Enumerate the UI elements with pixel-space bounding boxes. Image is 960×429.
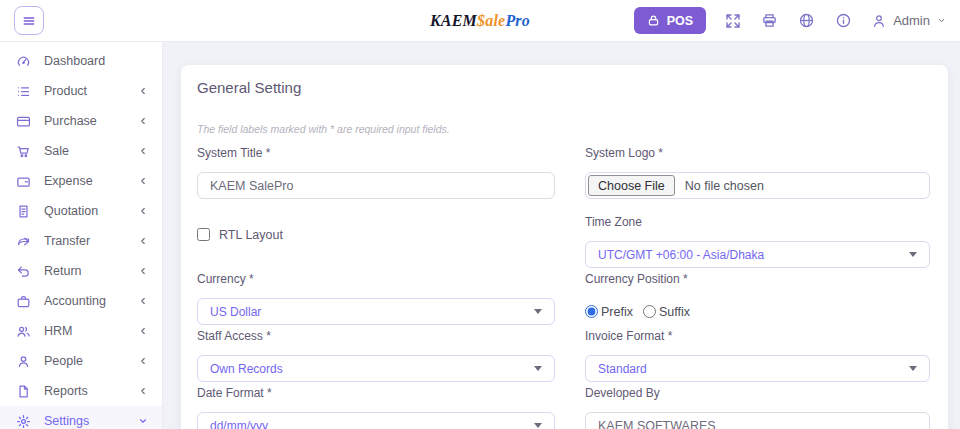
main-content: General Setting The field labels marked …	[164, 42, 960, 429]
prefix-radio[interactable]	[585, 305, 598, 318]
general-setting-card: General Setting The field labels marked …	[181, 65, 948, 429]
sidebar-item-quotation[interactable]: Quotation	[0, 196, 162, 226]
caret-icon	[534, 366, 542, 371]
time-zone-field: Time Zone UTC/GMT +06:00 - Asia/Dhaka	[585, 213, 930, 268]
sidebar-item-label: HRM	[44, 324, 138, 338]
sidebar-item-purchase[interactable]: Purchase	[0, 106, 162, 136]
required-note: The field labels marked with * are requi…	[197, 123, 930, 135]
pos-button-label: POS	[667, 14, 693, 28]
menu-toggle-button[interactable]	[14, 6, 44, 35]
invoice-format-field: Invoice Format * Standard	[585, 327, 930, 382]
printer-icon[interactable]	[761, 12, 778, 29]
pos-button[interactable]: POS	[634, 7, 706, 34]
gear-icon	[16, 414, 31, 429]
caret-icon	[909, 366, 917, 371]
chevron-left-icon	[138, 146, 148, 156]
lock-icon	[647, 14, 660, 27]
list-icon	[16, 84, 31, 99]
rtl-layout-checkbox[interactable]	[197, 228, 210, 241]
card-icon	[16, 114, 31, 129]
gauge-icon	[16, 54, 31, 69]
admin-menu[interactable]: Admin	[871, 13, 946, 29]
chevron-left-icon	[138, 176, 148, 186]
time-zone-label: Time Zone	[585, 213, 930, 231]
sidebar-item-accounting[interactable]: Accounting	[0, 286, 162, 316]
suffix-radio-label: Suffix	[659, 305, 690, 319]
system-logo-label: System Logo *	[585, 144, 930, 162]
currency-select[interactable]: US Dollar	[197, 298, 555, 325]
hamburger-icon	[22, 14, 36, 28]
chevron-left-icon	[138, 86, 148, 96]
sidebar-item-dashboard[interactable]: Dashboard	[0, 46, 162, 76]
currency-label: Currency *	[197, 270, 555, 288]
prefix-radio-option[interactable]: Prefix	[585, 305, 633, 319]
time-zone-select[interactable]: UTC/GMT +06:00 - Asia/Dhaka	[585, 241, 930, 268]
date-format-value: dd/mm/yyy	[210, 419, 268, 429]
sidebar-item-return[interactable]: Return	[0, 256, 162, 286]
currency-position-field: Currency Position * Prefix Suffix	[585, 270, 930, 325]
prefix-radio-label: Prefix	[601, 305, 633, 319]
users-icon	[16, 324, 31, 339]
app-logo: KAEM$alePro	[430, 12, 530, 30]
sidebar-item-label: People	[44, 354, 138, 368]
sidebar-item-label: Quotation	[44, 204, 138, 218]
general-setting-form: System Title * System Logo * Choose File…	[197, 144, 930, 429]
file-text-icon	[16, 204, 31, 219]
chevron-left-icon	[138, 356, 148, 366]
sidebar-item-settings[interactable]: Settings	[0, 406, 162, 429]
globe-icon[interactable]	[798, 12, 815, 29]
sidebar-item-label: Dashboard	[44, 54, 148, 68]
fullscreen-icon[interactable]	[725, 13, 741, 29]
date-format-label: Date Format *	[197, 384, 555, 402]
suffix-radio[interactable]	[643, 305, 656, 318]
sidebar-item-label: Sale	[44, 144, 138, 158]
sidebar: DashboardProductPurchaseSaleExpenseQuota…	[0, 42, 163, 429]
sidebar-item-product[interactable]: Product	[0, 76, 162, 106]
chevron-down-icon	[937, 16, 946, 25]
info-icon[interactable]	[835, 12, 852, 29]
chevron-left-icon	[138, 266, 148, 276]
sidebar-item-label: Reports	[44, 384, 138, 398]
system-title-field: System Title *	[197, 144, 555, 199]
logo-text-pro: Pro	[505, 12, 530, 29]
chevron-left-icon	[138, 116, 148, 126]
sidebar-item-people[interactable]: People	[0, 346, 162, 376]
system-title-input[interactable]	[197, 172, 555, 199]
chevron-down-icon	[138, 416, 148, 426]
invoice-format-select[interactable]: Standard	[585, 355, 930, 382]
system-logo-field: System Logo * Choose File No file chosen	[585, 144, 930, 199]
developed-by-input[interactable]	[585, 412, 930, 429]
sidebar-item-label: Settings	[44, 414, 138, 428]
rtl-layout-field: RTL Layout	[197, 201, 555, 268]
system-logo-file-input[interactable]: Choose File No file chosen	[585, 172, 930, 199]
page-title: General Setting	[197, 79, 930, 96]
caret-icon	[534, 423, 542, 428]
chevron-left-icon	[138, 206, 148, 216]
sidebar-item-reports[interactable]: Reports	[0, 376, 162, 406]
choose-file-button[interactable]: Choose File	[588, 175, 675, 196]
sidebar-item-transfer[interactable]: Transfer	[0, 226, 162, 256]
undo-icon	[16, 264, 31, 279]
chevron-left-icon	[138, 326, 148, 336]
rtl-layout-label: RTL Layout	[219, 228, 283, 242]
staff-access-select[interactable]: Own Records	[197, 355, 555, 382]
suffix-radio-option[interactable]: Suffix	[643, 305, 690, 319]
staff-access-label: Staff Access *	[197, 327, 555, 345]
app-header: KAEM$alePro POS Admin	[0, 0, 960, 42]
file-icon	[16, 384, 31, 399]
sidebar-item-hrm[interactable]: HRM	[0, 316, 162, 346]
user-icon	[16, 354, 31, 369]
logo-text-kaem: KAEM	[430, 12, 477, 29]
rtl-layout-option[interactable]: RTL Layout	[197, 228, 283, 242]
header-icon-group	[725, 12, 852, 29]
logo-text-sale: $ale	[477, 12, 505, 29]
date-format-select[interactable]: dd/mm/yyy	[197, 412, 555, 429]
caret-icon	[534, 309, 542, 314]
sidebar-item-label: Product	[44, 84, 138, 98]
currency-position-options: Prefix Suffix	[585, 298, 930, 325]
sidebar-item-label: Return	[44, 264, 138, 278]
wallet-icon	[16, 174, 31, 189]
sidebar-item-expense[interactable]: Expense	[0, 166, 162, 196]
sidebar-item-sale[interactable]: Sale	[0, 136, 162, 166]
time-zone-value: UTC/GMT +06:00 - Asia/Dhaka	[598, 248, 764, 262]
